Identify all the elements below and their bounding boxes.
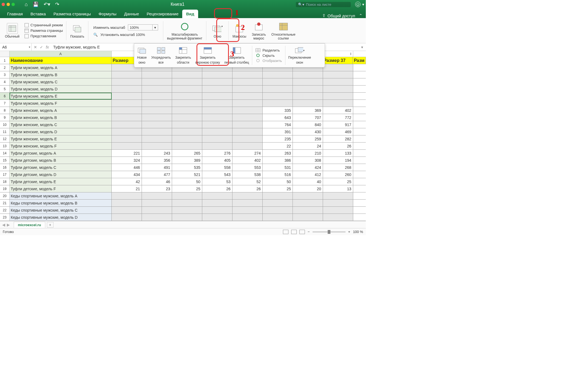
cell[interactable] xyxy=(202,71,232,78)
cell[interactable]: 840 xyxy=(293,121,323,128)
cell[interactable]: 356 xyxy=(142,157,172,164)
cell[interactable] xyxy=(323,207,353,214)
close-window-icon[interactable] xyxy=(2,3,5,6)
cell[interactable]: 46 xyxy=(142,178,172,185)
zoom-percent[interactable]: 100 % xyxy=(353,230,363,234)
cell[interactable] xyxy=(323,200,353,206)
row-header[interactable]: 13 xyxy=(0,143,10,149)
cell[interactable]: 52 xyxy=(232,178,263,185)
tab-home[interactable]: Главная xyxy=(3,10,27,18)
row-header[interactable]: 4 xyxy=(0,78,10,85)
cell[interactable] xyxy=(263,93,293,100)
page-break-preview-button[interactable]: Страничный режим xyxy=(24,23,63,27)
cell[interactable]: 402 xyxy=(232,157,263,164)
cell[interactable] xyxy=(172,192,202,199)
cell[interactable]: Туфли детские, модель D xyxy=(10,171,112,178)
tab-review[interactable]: Рецензирование xyxy=(143,10,182,18)
save-icon[interactable]: 💾 xyxy=(33,1,39,7)
row-header[interactable]: 1 xyxy=(0,57,10,64)
cell[interactable] xyxy=(232,93,263,100)
cell[interactable]: Кеды спортивные мужские, модель D xyxy=(10,214,112,221)
page-layout-view-button[interactable]: Разметка страницы xyxy=(24,29,63,33)
cell[interactable] xyxy=(202,135,232,142)
cell[interactable] xyxy=(232,128,263,135)
cell[interactable]: Туфли детские, модель F xyxy=(10,185,112,192)
cell[interactable]: 543 xyxy=(202,171,232,178)
cell[interactable]: 25 xyxy=(263,185,293,192)
cell[interactable]: 25 xyxy=(323,178,353,185)
row-header[interactable]: 5 xyxy=(0,86,10,92)
cell[interactable] xyxy=(112,207,142,214)
row-header[interactable]: 2 xyxy=(0,64,10,71)
cell[interactable]: 477 xyxy=(142,171,172,178)
cell[interactable] xyxy=(263,214,293,221)
select-all-corner[interactable] xyxy=(0,51,10,57)
cell[interactable] xyxy=(232,100,263,107)
cell[interactable] xyxy=(142,114,172,121)
cell[interactable]: 40 xyxy=(293,178,323,185)
cell[interactable] xyxy=(202,100,232,107)
cell[interactable] xyxy=(202,143,232,149)
cell[interactable] xyxy=(232,121,263,128)
cell[interactable]: Разм xyxy=(353,57,366,64)
cell[interactable]: 369 xyxy=(293,107,323,114)
cell[interactable] xyxy=(142,121,172,128)
cell[interactable]: Туфли детские, модель A xyxy=(10,150,112,157)
relative-refs-button[interactable]: Относительные ссылки xyxy=(269,20,298,41)
minimize-window-icon[interactable] xyxy=(7,3,10,6)
cell[interactable]: 491 xyxy=(142,164,172,171)
expand-formula-bar-icon[interactable]: ▾ xyxy=(358,45,366,49)
row-header[interactable]: 21 xyxy=(0,200,10,206)
cell[interactable]: 553 xyxy=(232,164,263,171)
cell[interactable]: 13 xyxy=(323,185,353,192)
cell[interactable]: Туфли мужские, модель C xyxy=(10,78,112,85)
cell[interactable] xyxy=(232,114,263,121)
cell[interactable] xyxy=(172,71,202,78)
cell[interactable] xyxy=(293,100,323,107)
sheet-tab[interactable]: microexcel.ru xyxy=(14,222,45,228)
cell[interactable] xyxy=(202,200,232,206)
cell[interactable] xyxy=(172,100,202,107)
row-header[interactable]: 14 xyxy=(0,150,10,157)
row-header[interactable]: 16 xyxy=(0,164,10,171)
undo-icon[interactable]: ↶▾ xyxy=(44,1,50,7)
cell[interactable]: Туфли женские, модель E xyxy=(10,135,112,142)
cell[interactable] xyxy=(142,143,172,149)
cell[interactable] xyxy=(172,114,202,121)
feedback-dropdown-icon[interactable]: ▾ xyxy=(362,2,364,7)
next-sheet-icon[interactable]: ▶ xyxy=(7,223,10,227)
cell[interactable] xyxy=(263,86,293,92)
add-sheet-button[interactable]: + xyxy=(47,222,54,228)
cell[interactable] xyxy=(232,135,263,142)
cell[interactable] xyxy=(112,128,142,135)
cell[interactable]: 235 xyxy=(263,135,293,142)
cell[interactable] xyxy=(172,78,202,85)
cell[interactable] xyxy=(323,93,353,100)
cell[interactable] xyxy=(112,143,142,149)
cell[interactable] xyxy=(323,78,353,85)
cell[interactable]: 516 xyxy=(263,171,293,178)
zoom-in-icon[interactable]: + xyxy=(348,230,350,234)
cell[interactable]: 50 xyxy=(172,178,202,185)
cell[interactable] xyxy=(202,207,232,214)
cell[interactable]: 24 xyxy=(293,143,323,149)
cell[interactable] xyxy=(172,107,202,114)
name-box-dropdown-icon[interactable]: ▾ xyxy=(29,46,30,49)
cell[interactable] xyxy=(202,86,232,92)
cell[interactable]: 558 xyxy=(202,164,232,171)
cell[interactable] xyxy=(263,200,293,206)
cell[interactable]: 643 xyxy=(263,114,293,121)
cell[interactable]: 26 xyxy=(202,185,232,192)
row-header[interactable]: 17 xyxy=(0,171,10,178)
cell[interactable] xyxy=(142,135,172,142)
cell[interactable]: 133 xyxy=(323,150,353,157)
cell[interactable]: Туфли мужские, модель B xyxy=(10,71,112,78)
cell[interactable] xyxy=(142,192,172,199)
cell[interactable]: 276 xyxy=(202,150,232,157)
cell[interactable]: 22 xyxy=(263,143,293,149)
cell[interactable] xyxy=(323,100,353,107)
cell[interactable]: 412 xyxy=(293,171,323,178)
cell[interactable] xyxy=(112,78,142,85)
row-header[interactable]: 23 xyxy=(0,214,10,221)
cell[interactable] xyxy=(112,121,142,128)
